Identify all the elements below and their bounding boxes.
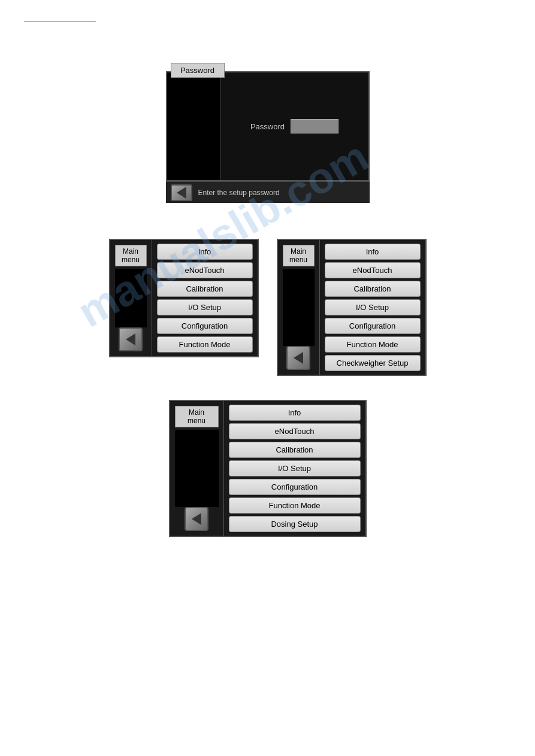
panel-left-main: Info eNodTouch Calibration I/O Setup Con… [152, 240, 258, 356]
panel-center-btn-5[interactable]: Function Mode [229, 497, 361, 514]
panel-right: Main menu Info eNodTouch Calibration I/O… [277, 239, 427, 376]
panels-row-1: Main menu Info eNodTouch Calibration I/O… [24, 239, 511, 376]
password-field-row: Password [250, 119, 338, 133]
panel-center-btn-1[interactable]: eNodTouch [229, 423, 361, 439]
panel-center-btn-2[interactable]: Calibration [229, 442, 361, 458]
back-arrow-icon [177, 187, 186, 199]
back-arrow-icon-left [126, 333, 135, 345]
password-right-area: Password [221, 72, 368, 180]
panel-right-main: Info eNodTouch Calibration I/O Setup Con… [320, 240, 425, 375]
panel-left-btn-1[interactable]: eNodTouch [157, 262, 253, 278]
panel-left-btn-4[interactable]: Configuration [157, 318, 253, 334]
panel-center-wrapper: Main menu Info eNodTouch Calibration I/O… [169, 400, 367, 537]
back-arrow-icon-right [294, 352, 303, 364]
password-outer: Password [166, 71, 370, 181]
page-content: Password Password Enter the setup passwo… [0, 0, 535, 573]
password-header-label: Password [171, 63, 225, 78]
panel-right-btn-4[interactable]: Configuration [325, 318, 421, 334]
panel-center-btn-0[interactable]: Info [229, 405, 361, 421]
panel-right-title: Main menu [283, 245, 315, 266]
panel-left-back-button[interactable] [119, 327, 143, 351]
password-field-label: Password [250, 122, 285, 131]
panel-right-sidebar: Main menu [278, 240, 320, 375]
password-section: Password Password Enter the setup passwo… [24, 71, 511, 203]
password-status-text: Enter the setup password [198, 189, 280, 197]
panel-left-btn-3[interactable]: I/O Setup [157, 299, 253, 315]
panel-center-back-button[interactable] [185, 507, 208, 531]
password-left-sidebar [167, 72, 221, 180]
password-footer: Enter the setup password [166, 181, 370, 203]
panel-right-btn-5[interactable]: Function Mode [325, 336, 421, 353]
panel-center-btn-6[interactable]: Dosing Setup [229, 516, 361, 532]
panel-right-btn-2[interactable]: Calibration [325, 281, 421, 297]
panel-left-btn-0[interactable]: Info [157, 244, 253, 260]
password-back-button[interactable] [171, 184, 192, 201]
panel-left: Main menu Info eNodTouch Calibration I/O… [109, 239, 259, 357]
password-input[interactable] [291, 119, 338, 133]
panel-center-main: Info eNodTouch Calibration I/O Setup Con… [224, 401, 365, 536]
panel-left-title: Main menu [115, 245, 147, 266]
back-arrow-icon-center [192, 513, 201, 525]
panel-center-section: Main menu Info eNodTouch Calibration I/O… [24, 400, 511, 537]
top-link [24, 12, 96, 22]
panel-center-btn-3[interactable]: I/O Setup [229, 460, 361, 476]
password-panel: Password Password Enter the setup passwo… [166, 71, 370, 203]
panel-right-btn-6[interactable]: Checkweigher Setup [325, 355, 421, 371]
panel-right-wrapper: Main menu Info eNodTouch Calibration I/O… [277, 239, 427, 376]
panel-left-wrapper: Main menu Info eNodTouch Calibration I/O… [109, 239, 259, 376]
panel-right-btn-1[interactable]: eNodTouch [325, 262, 421, 278]
panel-left-sidebar: Main menu [110, 240, 152, 356]
panel-left-btn-5[interactable]: Function Mode [157, 336, 253, 353]
panel-center-sidebar: Main menu [170, 401, 224, 536]
panel-left-btn-2[interactable]: Calibration [157, 281, 253, 297]
panel-right-back-button[interactable] [286, 346, 310, 370]
panel-center: Main menu Info eNodTouch Calibration I/O… [169, 400, 367, 537]
panel-right-btn-3[interactable]: I/O Setup [325, 299, 421, 315]
panel-center-btn-4[interactable]: Configuration [229, 479, 361, 495]
panel-center-title: Main menu [175, 406, 219, 427]
panel-right-btn-0[interactable]: Info [325, 244, 421, 260]
